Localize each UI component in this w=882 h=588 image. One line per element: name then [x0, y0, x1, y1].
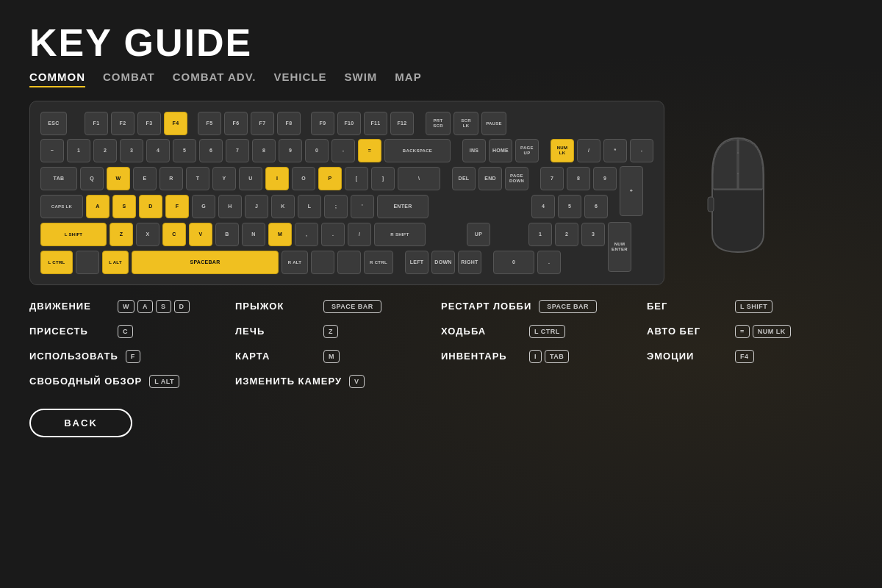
- mouse-diagram: [686, 120, 789, 267]
- key-pause: PAUSE: [481, 112, 506, 135]
- key-f2: F2: [111, 112, 135, 135]
- key-rwin: [311, 251, 334, 274]
- key-esc: ESC: [40, 112, 67, 135]
- key-8: 8: [252, 139, 276, 162]
- key-f3: F3: [137, 112, 161, 135]
- key-v: V: [189, 223, 212, 246]
- key-up: UP: [467, 223, 490, 246]
- binding-col-1: ДВИЖЕНИЕ W A S D ПРИСЕСТЬ C ИСПОЛЬЗОВАТЬ…: [29, 300, 235, 388]
- key-z: Z: [110, 223, 133, 246]
- key-quote: ': [351, 195, 374, 218]
- binding-col-3: РЕСТАРТ ЛОББИ SPACE BAR ХОДЬБА L CTRL ИН…: [441, 300, 647, 388]
- key-num-slash: /: [577, 139, 600, 162]
- keyboard: ESC F1 F2 F3 F4 F5 F6 F7 F8 F9 F10 F11 F…: [29, 101, 664, 285]
- tab-common[interactable]: COMMON: [29, 71, 85, 87]
- key-tilde: ~: [40, 139, 64, 162]
- key-spacebar: SPACEBAR: [132, 251, 279, 274]
- key-4: 4: [146, 139, 170, 162]
- key-l-alt: L ALT: [102, 251, 129, 274]
- key-3: 3: [120, 139, 143, 162]
- key-c: C: [162, 223, 186, 246]
- key-r-ctrl: R CTRL: [364, 251, 393, 274]
- key-num2: 2: [555, 223, 578, 246]
- key-comma: ,: [295, 223, 318, 246]
- key-pg-up: PAGEUP: [515, 139, 539, 162]
- tab-map[interactable]: MAP: [395, 71, 421, 87]
- key-l-ctrl: L CTRL: [40, 251, 73, 274]
- key-backslash: \: [398, 167, 440, 190]
- binding-use: ИСПОЛЬЗОВАТЬ F: [29, 350, 235, 363]
- key-prt-scr: PRTSCR: [426, 112, 451, 135]
- key-g: G: [192, 195, 215, 218]
- key-num9: 9: [593, 167, 617, 190]
- key-num8: 8: [567, 167, 590, 190]
- binding-crouch: ПРИСЕСТЬ C: [29, 325, 235, 338]
- binding-jump: ПРЫЖОК SPACE BAR: [235, 300, 441, 313]
- back-button[interactable]: BACK: [29, 409, 132, 437]
- key-num7: 7: [540, 167, 564, 190]
- key-h: H: [218, 195, 242, 218]
- key-2: 2: [93, 139, 117, 162]
- key-w: W: [107, 167, 130, 190]
- key-r-alt: R ALT: [282, 251, 308, 274]
- key-end: END: [478, 167, 502, 190]
- key-i: I: [265, 167, 289, 190]
- key-f1: F1: [85, 112, 108, 135]
- key-caps-lk: CAPS LK: [40, 195, 83, 218]
- key-down: DOWN: [431, 251, 455, 274]
- binding-col-2: ПРЫЖОК SPACE BAR ЛЕЧЬ Z КАРТА M ИЗМЕНИТЬ…: [235, 300, 441, 388]
- key-r-shift: R SHIFT: [374, 223, 426, 246]
- key-u: U: [239, 167, 262, 190]
- key-f11: F11: [364, 112, 387, 135]
- binding-inventory: ИНВЕНТАРЬ I TAB: [441, 350, 647, 363]
- tab-combat[interactable]: COMBAT: [103, 71, 155, 87]
- key-left: LEFT: [405, 251, 429, 274]
- key-num6: 6: [584, 195, 608, 218]
- keyboard-section: ESC F1 F2 F3 F4 F5 F6 F7 F8 F9 F10 F11 F…: [0, 101, 882, 285]
- key-t: T: [186, 167, 209, 190]
- binding-change-cam: ИЗМЕНИТЬ КАМЕРУ V: [235, 375, 441, 388]
- key-6: 6: [199, 139, 223, 162]
- key-a: A: [86, 195, 110, 218]
- key-9: 9: [279, 139, 302, 162]
- key-num5: 5: [558, 195, 581, 218]
- key-num-star: *: [603, 139, 627, 162]
- svg-rect-3: [708, 197, 714, 212]
- key-num3: 3: [581, 223, 605, 246]
- key-semicolon: ;: [324, 195, 348, 218]
- binding-movement: ДВИЖЕНИЕ W A S D: [29, 300, 235, 313]
- key-num4: 4: [531, 195, 555, 218]
- key-r: R: [159, 167, 183, 190]
- key-scr-lk: SCRLK: [453, 112, 478, 135]
- key-5: 5: [173, 139, 196, 162]
- binding-restart-lobby: РЕСТАРТ ЛОББИ SPACE BAR: [441, 300, 647, 313]
- key-lbracket: [: [345, 167, 368, 190]
- key-period: .: [321, 223, 345, 246]
- key-minus: -: [331, 139, 355, 162]
- key-e: E: [133, 167, 157, 190]
- tab-swim[interactable]: SWIM: [345, 71, 378, 87]
- key-backspace: BACKSPACE: [384, 139, 451, 162]
- tab-vehicle[interactable]: VEHICLE: [274, 71, 327, 87]
- key-num0: 0: [493, 251, 534, 274]
- key-num-minus: -: [630, 139, 653, 162]
- key-q: Q: [80, 167, 104, 190]
- key-ins: INS: [462, 139, 486, 162]
- key-f12: F12: [390, 112, 414, 135]
- mouse-svg: [698, 123, 778, 263]
- key-tab: TAB: [40, 167, 77, 190]
- key-b: B: [215, 223, 239, 246]
- key-pg-dn: PAGEDOWN: [505, 167, 528, 190]
- key-7: 7: [226, 139, 249, 162]
- key-enter: ENTER: [377, 195, 429, 218]
- tab-combat-adv[interactable]: COMBAT ADV.: [173, 71, 257, 87]
- key-p: P: [318, 167, 342, 190]
- key-f9: F9: [311, 112, 334, 135]
- key-m: M: [268, 223, 292, 246]
- key-1: 1: [67, 139, 90, 162]
- binding-walk: ХОДЬБА L CTRL: [441, 325, 647, 338]
- bindings-section: ДВИЖЕНИЕ W A S D ПРИСЕСТЬ C ИСПОЛЬЗОВАТЬ…: [0, 285, 882, 395]
- key-d: D: [139, 195, 162, 218]
- key-s: S: [112, 195, 136, 218]
- key-num1: 1: [528, 223, 552, 246]
